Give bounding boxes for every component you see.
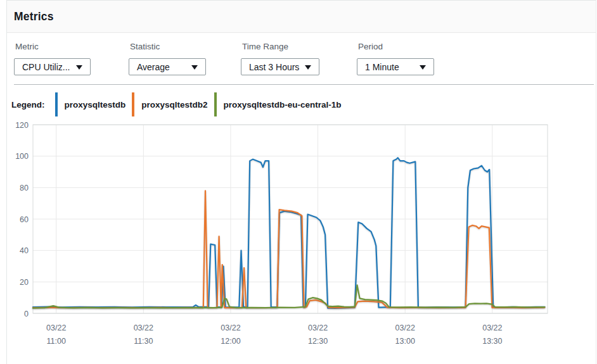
chevron-down-icon [191, 65, 198, 70]
y-tick-label: 20 [20, 278, 29, 287]
statistic-label: Statistic [130, 42, 205, 51]
time-range-control: Time Range Last 3 Hours [241, 39, 319, 76]
legend-title: Legend: [11, 100, 45, 110]
time-range-dropdown[interactable]: Last 3 Hours [241, 58, 319, 75]
x-tick-time-label: 13:00 [395, 337, 415, 346]
time-range-label: Time Range [242, 42, 318, 51]
header-divider [7, 32, 596, 33]
y-tick-label: 80 [20, 184, 29, 192]
x-tick-date-label: 03/22 [395, 323, 415, 332]
metric-control: Metric CPU Utiliz... [14, 39, 91, 76]
legend-swatch [55, 92, 58, 116]
x-tick-time-label: 11:30 [134, 337, 153, 346]
period-dropdown[interactable]: 1 Minute [357, 58, 434, 75]
metric-dropdown-value: CPU Utiliz... [15, 62, 70, 72]
y-tick-label: 120 [15, 121, 29, 130]
legend-item-label: proxysqltestdb2 [141, 100, 207, 110]
y-tick-label: 100 [15, 152, 29, 161]
legend-item-label: proxysqltestdb [65, 100, 126, 110]
x-tick-time-label: 12:30 [308, 337, 328, 346]
y-tick-label: 60 [20, 215, 29, 224]
panel-title: Metrics [14, 10, 54, 23]
metrics-line-chart[interactable]: 02040608010012003/2211:0003/2211:3003/22… [0, 117, 597, 364]
y-tick-label: 0 [24, 310, 29, 318]
x-tick-time-label: 12:00 [221, 337, 240, 346]
chevron-down-icon [305, 65, 311, 70]
x-tick-date-label: 03/22 [46, 323, 66, 332]
y-tick-label: 40 [20, 246, 29, 255]
panel-header [7, 1, 596, 32]
chart-legend: Legend: proxysqltestdbproxysqltestdb2pro… [11, 92, 342, 116]
time-range-dropdown-value: Last 3 Hours [241, 62, 299, 72]
metric-label: Metric [15, 42, 89, 51]
statistic-dropdown-value: Average [129, 62, 170, 72]
period-dropdown-value: 1 Minute [357, 62, 399, 72]
legend-item-label: proxysqltestdb-eu-central-1b [224, 100, 342, 110]
controls-divider [14, 84, 594, 85]
x-tick-date-label: 03/22 [482, 323, 502, 332]
statistic-dropdown[interactable]: Average [129, 58, 206, 75]
metric-dropdown[interactable]: CPU Utiliz... [14, 58, 91, 75]
panel-top-border [6, 0, 596, 1]
x-tick-time-label: 11:00 [47, 337, 66, 346]
x-tick-date-label: 03/22 [308, 323, 328, 332]
legend-swatch [132, 92, 134, 116]
period-control: Period 1 Minute [357, 39, 434, 76]
chevron-down-icon [76, 65, 82, 70]
chevron-down-icon [420, 65, 426, 70]
period-label: Period [358, 42, 433, 51]
x-tick-time-label: 13:30 [482, 337, 502, 346]
x-tick-date-label: 03/22 [134, 323, 153, 332]
x-tick-date-label: 03/22 [221, 323, 240, 332]
legend-swatch [214, 92, 217, 116]
series-line-proxysqltestdb-eu-central-1b [33, 285, 544, 308]
statistic-control: Statistic Average [129, 39, 206, 76]
